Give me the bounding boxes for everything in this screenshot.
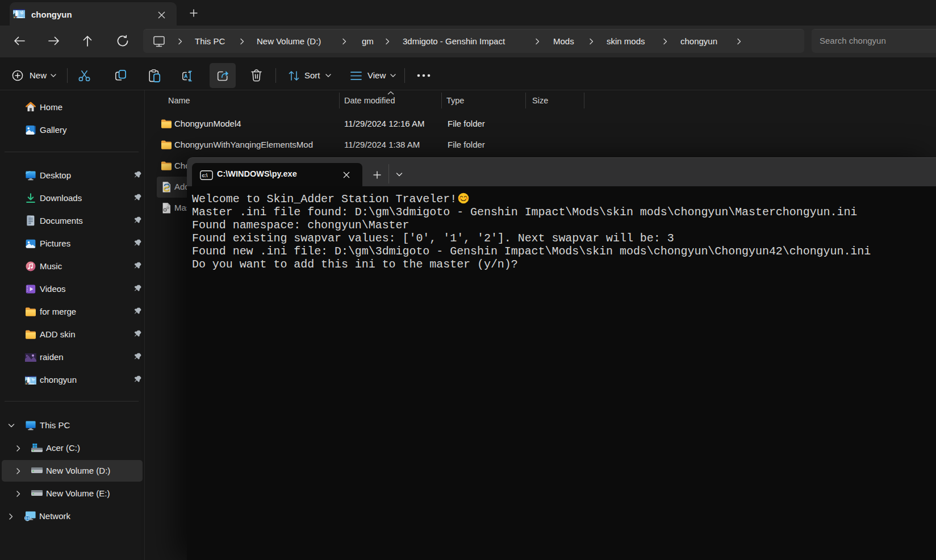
svg-text:c:\: c:\ bbox=[202, 173, 208, 178]
